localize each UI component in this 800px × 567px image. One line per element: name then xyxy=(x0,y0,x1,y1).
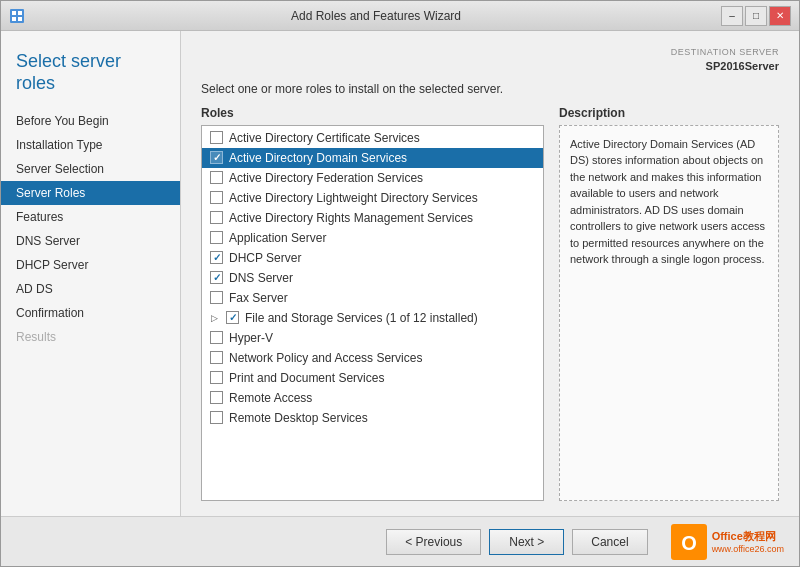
destination-label: DESTINATION SERVER xyxy=(201,46,779,59)
sidebar-item-results[interactable]: Results xyxy=(1,325,180,349)
sidebar-item-server-selection[interactable]: Server Selection xyxy=(1,157,180,181)
office-logo-icon: O xyxy=(671,524,707,560)
sidebar-item-installation-type[interactable]: Installation Type xyxy=(1,133,180,157)
role-checkbox-ad-rights[interactable] xyxy=(210,211,223,224)
role-checkbox-ad-federation[interactable] xyxy=(210,171,223,184)
role-item-ad-rights[interactable]: Active Directory Rights Management Servi… xyxy=(202,208,543,228)
instruction-text: Select one or more roles to install on t… xyxy=(201,82,779,96)
sidebar-title: Select server roles xyxy=(1,41,180,109)
role-item-print-document[interactable]: Print and Document Services xyxy=(202,368,543,388)
role-checkbox-ad-lightweight[interactable] xyxy=(210,191,223,204)
role-label-dhcp: DHCP Server xyxy=(229,251,301,265)
next-button[interactable]: Next > xyxy=(489,529,564,555)
role-item-remote-desktop[interactable]: Remote Desktop Services xyxy=(202,408,543,428)
sidebar: Select server roles Before You Begin Ins… xyxy=(1,31,181,516)
role-checkbox-remote-access[interactable] xyxy=(210,391,223,404)
description-header: Description xyxy=(559,106,779,120)
role-item-dns[interactable]: DNS Server xyxy=(202,268,543,288)
svg-rect-4 xyxy=(18,17,22,21)
description-panel: Description Active Directory Domain Serv… xyxy=(559,106,779,501)
role-label-remote-desktop: Remote Desktop Services xyxy=(229,411,368,425)
svg-rect-1 xyxy=(12,11,16,15)
destination-info: DESTINATION SERVER SP2016Server xyxy=(201,46,779,74)
watermark-text: Office教程网 www.office26.com xyxy=(712,529,784,554)
sidebar-item-features[interactable]: Features xyxy=(1,205,180,229)
svg-rect-3 xyxy=(12,17,16,21)
role-label-dns: DNS Server xyxy=(229,271,293,285)
role-item-ad-certificate[interactable]: Active Directory Certificate Services xyxy=(202,128,543,148)
expand-arrow-file-storage[interactable]: ▷ xyxy=(208,312,220,324)
role-label-ad-certificate: Active Directory Certificate Services xyxy=(229,131,420,145)
role-label-ad-rights: Active Directory Rights Management Servi… xyxy=(229,211,473,225)
watermark-line2: www.office26.com xyxy=(712,544,784,554)
sidebar-item-before-you-begin[interactable]: Before You Begin xyxy=(1,109,180,133)
role-label-remote-access: Remote Access xyxy=(229,391,312,405)
close-button[interactable]: ✕ xyxy=(769,6,791,26)
role-checkbox-dns[interactable] xyxy=(210,271,223,284)
roles-panel: Roles Active Directory Certificate Servi… xyxy=(201,106,544,501)
role-label-ad-domain: Active Directory Domain Services xyxy=(229,151,407,165)
cancel-button[interactable]: Cancel xyxy=(572,529,647,555)
previous-button[interactable]: < Previous xyxy=(386,529,481,555)
role-item-file-storage[interactable]: ▷ File and Storage Services (1 of 12 ins… xyxy=(202,308,543,328)
title-bar: Add Roles and Features Wizard – □ ✕ xyxy=(1,1,799,31)
role-label-file-storage: File and Storage Services (1 of 12 insta… xyxy=(245,311,478,325)
window-controls: – □ ✕ xyxy=(721,6,791,26)
role-item-ad-federation[interactable]: Active Directory Federation Services xyxy=(202,168,543,188)
role-item-fax[interactable]: Fax Server xyxy=(202,288,543,308)
main-content: Select server roles Before You Begin Ins… xyxy=(1,31,799,516)
role-checkbox-application-server[interactable] xyxy=(210,231,223,244)
sidebar-item-server-roles[interactable]: Server Roles xyxy=(1,181,180,205)
roles-list[interactable]: Active Directory Certificate Services Ac… xyxy=(202,126,543,500)
sidebar-item-dns-server[interactable]: DNS Server xyxy=(1,229,180,253)
sidebar-item-dhcp-server[interactable]: DHCP Server xyxy=(1,253,180,277)
role-item-dhcp[interactable]: DHCP Server xyxy=(202,248,543,268)
svg-text:O: O xyxy=(681,532,697,554)
role-label-hyper-v: Hyper-V xyxy=(229,331,273,345)
role-label-print-document: Print and Document Services xyxy=(229,371,384,385)
role-checkbox-ad-domain[interactable] xyxy=(210,151,223,164)
wizard-window: Add Roles and Features Wizard – □ ✕ Sele… xyxy=(0,0,800,567)
role-label-application-server: Application Server xyxy=(229,231,326,245)
role-item-application-server[interactable]: Application Server xyxy=(202,228,543,248)
description-box: Active Directory Domain Services (AD DS)… xyxy=(559,125,779,501)
footer: < Previous Next > Cancel O Office教程网 www… xyxy=(1,516,799,566)
roles-header: Roles xyxy=(201,106,544,120)
role-checkbox-fax[interactable] xyxy=(210,291,223,304)
role-item-remote-access[interactable]: Remote Access xyxy=(202,388,543,408)
role-label-fax: Fax Server xyxy=(229,291,288,305)
window-title: Add Roles and Features Wizard xyxy=(31,9,721,23)
watermark: O Office教程网 www.office26.com xyxy=(671,524,784,560)
window-icon xyxy=(9,8,25,24)
role-label-ad-federation: Active Directory Federation Services xyxy=(229,171,423,185)
minimize-button[interactable]: – xyxy=(721,6,743,26)
maximize-button[interactable]: □ xyxy=(745,6,767,26)
role-item-ad-domain[interactable]: Active Directory Domain Services xyxy=(202,148,543,168)
role-item-ad-lightweight[interactable]: Active Directory Lightweight Directory S… xyxy=(202,188,543,208)
role-checkbox-print-document[interactable] xyxy=(210,371,223,384)
role-checkbox-hyper-v[interactable] xyxy=(210,331,223,344)
description-text: Active Directory Domain Services (AD DS)… xyxy=(570,138,765,266)
sidebar-item-ad-ds[interactable]: AD DS xyxy=(1,277,180,301)
role-item-network-policy[interactable]: Network Policy and Access Services xyxy=(202,348,543,368)
content-area: DESTINATION SERVER SP2016Server Select o… xyxy=(181,31,799,516)
role-label-ad-lightweight: Active Directory Lightweight Directory S… xyxy=(229,191,478,205)
roles-list-container: Active Directory Certificate Services Ac… xyxy=(201,125,544,501)
role-checkbox-dhcp[interactable] xyxy=(210,251,223,264)
destination-server: SP2016Server xyxy=(201,59,779,74)
sidebar-item-confirmation[interactable]: Confirmation xyxy=(1,301,180,325)
role-checkbox-remote-desktop[interactable] xyxy=(210,411,223,424)
role-label-network-policy: Network Policy and Access Services xyxy=(229,351,422,365)
role-checkbox-network-policy[interactable] xyxy=(210,351,223,364)
role-checkbox-file-storage[interactable] xyxy=(226,311,239,324)
watermark-line1: Office教程网 xyxy=(712,529,784,544)
svg-rect-2 xyxy=(18,11,22,15)
role-item-hyper-v[interactable]: Hyper-V xyxy=(202,328,543,348)
role-checkbox-ad-certificate[interactable] xyxy=(210,131,223,144)
roles-description-container: Roles Active Directory Certificate Servi… xyxy=(201,106,779,501)
